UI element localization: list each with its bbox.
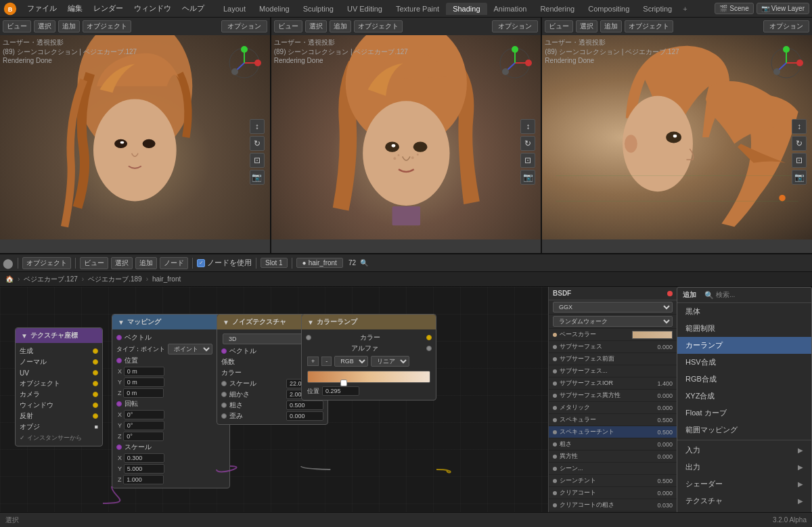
bsdf-basecolor-swatch[interactable] (632, 331, 673, 339)
vp3-view-btn[interactable]: ビュー (545, 20, 573, 32)
ctx-item-colorramp[interactable]: カーランプ (677, 337, 811, 354)
bsdf-ggx-select[interactable]: GGX (553, 302, 673, 313)
mapping-y-input[interactable] (124, 377, 164, 387)
ctx-item-xyzmix[interactable]: XYZ合成 (677, 388, 811, 405)
ne-node-btn[interactable]: ノード (160, 257, 188, 269)
ctx-item-shader[interactable]: シェーダー ▶ (677, 476, 811, 492)
tab-uvediting[interactable]: UV Editing (340, 3, 389, 15)
colorramp-mode-select[interactable]: RGB (334, 356, 368, 367)
node-colorramp[interactable]: ▼ カラーランプ カラー アルファ + - (301, 314, 436, 400)
viewport-1-gizmo (226, 45, 263, 83)
vp3-select-btn[interactable]: 選択 (576, 20, 597, 32)
menu-help[interactable]: ヘルプ (177, 2, 210, 15)
vp2-options[interactable]: オプション (492, 20, 538, 32)
material-name[interactable]: ● hair_front (296, 258, 343, 268)
vp3-add-btn[interactable]: 追加 (600, 20, 622, 32)
vp2-object-btn[interactable]: オブジェクト (354, 20, 403, 32)
texcoord-row-normal: ノーマル (16, 357, 102, 367)
tab-shading[interactable]: Shading (446, 3, 487, 15)
vp1-add-btn[interactable]: 追加 (58, 20, 80, 32)
colorramp-pos-input[interactable] (322, 386, 359, 396)
use-nodes-checkbox[interactable]: ✓ ノードを使用 (197, 258, 252, 268)
vp2-add-btn[interactable]: 追加 (330, 20, 351, 32)
tool-camera[interactable]: 📷 (250, 170, 265, 185)
vp1-select-btn[interactable]: 選択 (34, 20, 55, 32)
tab-texturepaint[interactable]: Texture Paint (389, 3, 446, 15)
tool-camera-3[interactable]: 📷 (792, 170, 807, 185)
ctx-item-floatcurve[interactable]: Float カーブ (677, 405, 811, 421)
tab-animation[interactable]: Animation (487, 3, 534, 15)
tool-scale-3[interactable]: ⊡ (792, 153, 807, 168)
vp1-options[interactable]: オプション (221, 20, 267, 32)
colorramp-stop-1[interactable] (340, 380, 347, 386)
ne-view-btn[interactable]: ビュー (80, 257, 108, 269)
viewport-2[interactable]: ビュー 選択 追加 オブジェクト オプション (271, 18, 543, 253)
node-texcoord[interactable]: ▼ テクスチャ座標 生成 ノーマル UV オブジェクト (15, 327, 103, 446)
menu-file[interactable]: ファイル (22, 2, 62, 15)
colorramp-interp-select[interactable]: リニア (371, 356, 409, 367)
viewport-1[interactable]: ビュー 選択 追加 オブジェクト オプション (0, 18, 271, 253)
mapping-type-select[interactable]: ポイント (168, 344, 212, 354)
tab-compositing[interactable]: Compositing (581, 3, 636, 15)
tool-rotate-2[interactable]: ↻ (520, 136, 535, 151)
ne-select-btn[interactable]: 選択 (111, 257, 133, 269)
tab-rendering[interactable]: Rendering (533, 3, 581, 15)
tab-scripting[interactable]: Scripting (636, 3, 679, 15)
bsdf-row-sheentint: シーンチント 0.500 (549, 475, 677, 487)
ne-object-btn[interactable]: オブジェクト (22, 257, 71, 269)
tool-move-2[interactable]: ↕ (520, 119, 535, 134)
mapping-scale-y-input[interactable] (124, 464, 164, 474)
viewlayer-selector[interactable]: 📷 View Layer (757, 3, 809, 14)
ctx-item-input[interactable]: 入力 ▶ (677, 442, 811, 459)
node-canvas[interactable]: ▼ テクスチャ座標 生成 ノーマル UV オブジェクト (0, 287, 812, 512)
bc-item-1[interactable]: ベジエカーブ.127 (24, 275, 77, 284)
ctx-item-clamp[interactable]: 範囲制限 (677, 320, 811, 337)
mapping-scale-z-input[interactable] (123, 475, 164, 484)
menu-render[interactable]: レンダー (88, 2, 129, 15)
colorramp-remove-btn[interactable]: - (321, 357, 332, 366)
ctx-item-color[interactable]: カラー ▶ (677, 509, 811, 512)
tool-scale[interactable]: ⊡ (250, 153, 265, 168)
vp2-select-btn[interactable]: 選択 (305, 20, 327, 32)
mapping-scale-x-input[interactable] (124, 453, 164, 463)
scene-selector[interactable]: 🎬 Scene (715, 3, 753, 14)
ctx-item-output[interactable]: 出力 ▶ (677, 459, 811, 476)
viewport-3[interactable]: ビュー 選択 追加 オブジェクト オプション (542, 18, 812, 253)
tool-move[interactable]: ↕ (250, 119, 265, 134)
mapping-rot-y-input[interactable] (124, 421, 164, 430)
ne-add-btn[interactable]: 追加 (135, 257, 157, 269)
ctx-item-hsvmix[interactable]: HSV合成 (677, 354, 811, 371)
tool-move-3[interactable]: ↕ (792, 119, 807, 134)
tool-scale-2[interactable]: ⊡ (520, 153, 535, 168)
vp1-object-btn[interactable]: オブジェクト (83, 20, 131, 32)
ctx-item-blackbody[interactable]: 黒体 (677, 303, 811, 320)
tab-sculpting[interactable]: Sculpting (296, 3, 340, 15)
node-mapping[interactable]: ▼ マッピング ベクトル タイプ：ポイント ポイント 位置 (112, 314, 230, 488)
vp3-object-btn[interactable]: オブジェクト (625, 20, 673, 32)
bc-item-2[interactable]: ベジエカーブ.189 (88, 275, 141, 284)
tool-camera-2[interactable]: 📷 (520, 170, 535, 185)
mapping-x-input[interactable] (124, 367, 164, 376)
ctx-item-texture[interactable]: テクスチャ ▶ (677, 492, 811, 509)
mapping-rot-x-input[interactable] (124, 410, 164, 419)
menu-window[interactable]: ウィンドウ (129, 2, 177, 15)
vp2-view-btn[interactable]: ビュー (274, 20, 302, 32)
tab-modeling[interactable]: Modeling (252, 3, 296, 15)
tab-layout[interactable]: Layout (217, 3, 252, 15)
ctx-item-rangemap[interactable]: 範囲マッピング (677, 421, 811, 438)
noise-distort-input[interactable] (286, 411, 323, 421)
add-workspace-button[interactable]: + (679, 3, 691, 15)
menu-edit[interactable]: 編集 (62, 2, 88, 15)
slot-selector[interactable]: Slot 1 (261, 258, 288, 268)
tool-rotate-3[interactable]: ↻ (792, 136, 807, 151)
colorramp-add-btn[interactable]: + (307, 357, 319, 366)
mapping-rot-z-input[interactable] (123, 432, 164, 441)
tool-rotate[interactable]: ↻ (250, 136, 265, 151)
bc-item-3[interactable]: hair_front (152, 275, 181, 283)
vp1-view-btn[interactable]: ビュー (3, 20, 31, 32)
ctx-item-rgbmix[interactable]: RGB合成 (677, 371, 811, 388)
noise-rough-input[interactable] (286, 400, 323, 410)
mapping-z-input[interactable] (123, 388, 164, 398)
vp3-options[interactable]: オプション (763, 20, 809, 32)
bsdf-randwalk-select[interactable]: ランダムウォーク (553, 316, 673, 327)
